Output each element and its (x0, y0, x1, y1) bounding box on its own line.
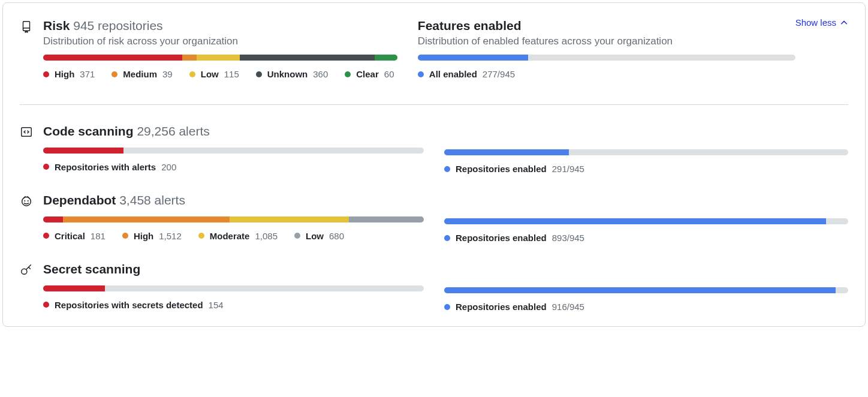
code-seg (43, 148, 123, 154)
dep-seg (230, 216, 349, 222)
dep-seg (349, 216, 424, 222)
sec-row: Secret scanningRepositories with secrets… (20, 261, 848, 312)
code-legend: Repositories with alerts 200 (43, 162, 424, 172)
code-icon (20, 123, 34, 172)
security-overview-card: Show less Risk 945 repositories Distribu… (2, 2, 866, 327)
dot-icon (444, 235, 450, 241)
key-icon (20, 261, 34, 309)
risk-seg-clear (375, 55, 397, 61)
code-enabled-seg (444, 149, 569, 155)
dep-enabled-seg (444, 218, 826, 224)
sec-seg (43, 285, 105, 291)
dot-icon (444, 166, 450, 172)
features-legend: All enabled 277/945 (418, 69, 795, 79)
legend-item: Repositories enabled 291/945 (444, 164, 584, 174)
risk-section: Risk 945 repositories Distribution of ri… (20, 17, 397, 79)
code-enabled-bar (444, 149, 848, 155)
chevron-up-icon (840, 19, 848, 27)
bot-icon (20, 192, 34, 240)
legend-item: Moderate 1,085 (198, 231, 278, 241)
dot-icon (444, 304, 450, 310)
sec-bar (43, 285, 424, 291)
risk-seg-unknown (240, 55, 375, 61)
features-title: Features enabled (418, 17, 795, 34)
legend-item: High 1,512 (122, 231, 182, 241)
dot-icon (43, 164, 49, 170)
risk-bar (43, 55, 397, 61)
dep-seg (43, 216, 63, 222)
legend-item: Critical 181 (43, 231, 106, 241)
legend-item: Repositories enabled 893/945 (444, 233, 584, 243)
code-title: Code scanning 29,256 alerts (43, 123, 424, 140)
risk-seg-low (197, 55, 240, 61)
dep-seg (63, 216, 230, 222)
dot-icon (43, 71, 49, 77)
dot-icon (111, 71, 117, 77)
code-row: Code scanning 29,256 alertsRepositories … (20, 123, 848, 174)
show-less-toggle[interactable]: Show less (795, 17, 848, 28)
legend-item: Unknown 360 (256, 69, 328, 79)
sec-legend: Repositories with secrets detected 154 (43, 300, 424, 310)
sec-enabled-legend: Repositories enabled 916/945 (444, 302, 848, 312)
dep-legend: Critical 181High 1,512Moderate 1,085Low … (43, 231, 424, 241)
features-seg (418, 55, 529, 61)
risk-title: Risk 945 repositories (43, 17, 397, 34)
legend-item: Repositories enabled 916/945 (444, 302, 584, 312)
dep-row: Dependabot 3,458 alertsCritical 181High … (20, 192, 848, 243)
code-enabled-legend: Repositories enabled 291/945 (444, 164, 848, 174)
risk-legend: High 371Medium 39Low 115Unknown 360Clear… (43, 69, 397, 79)
sec-enabled-bar (444, 287, 848, 293)
dot-icon (122, 233, 128, 239)
sec-title: Secret scanning (43, 261, 424, 278)
risk-subtitle: Distribution of risk across your organiz… (43, 35, 397, 47)
dep-enabled-bar (444, 218, 848, 224)
svg-point-3 (28, 200, 29, 201)
dot-icon (418, 71, 424, 77)
dot-icon (256, 71, 262, 77)
legend-item: All enabled 277/945 (418, 69, 515, 79)
dep-bar (43, 216, 424, 222)
dep-title: Dependabot 3,458 alerts (43, 192, 424, 209)
legend-item: Low 115 (189, 69, 239, 79)
legend-item: Medium 39 (111, 69, 172, 79)
features-section: Features enabled Distribution of enabled… (418, 17, 795, 79)
repo-icon (20, 17, 34, 79)
sec-enabled-seg (444, 287, 836, 293)
dot-icon (294, 233, 300, 239)
dot-icon (43, 302, 49, 308)
legend-item: Repositories with alerts 200 (43, 162, 176, 172)
risk-seg-high (43, 55, 182, 61)
features-subtitle: Distribution of enabled features across … (418, 35, 795, 47)
svg-point-2 (24, 200, 25, 201)
dot-icon (189, 71, 195, 77)
dot-icon (345, 71, 351, 77)
legend-item: Low 680 (294, 231, 344, 241)
divider (20, 104, 848, 105)
features-bar (418, 55, 795, 61)
dot-icon (198, 233, 204, 239)
legend-item: Repositories with secrets detected 154 (43, 300, 224, 310)
risk-seg-medium (182, 55, 197, 61)
legend-item: Clear 60 (345, 69, 394, 79)
dot-icon (43, 233, 49, 239)
code-bar (43, 148, 424, 154)
dep-enabled-legend: Repositories enabled 893/945 (444, 233, 848, 243)
show-less-label: Show less (795, 17, 836, 28)
legend-item: High 371 (43, 69, 95, 79)
svg-rect-0 (22, 128, 32, 137)
